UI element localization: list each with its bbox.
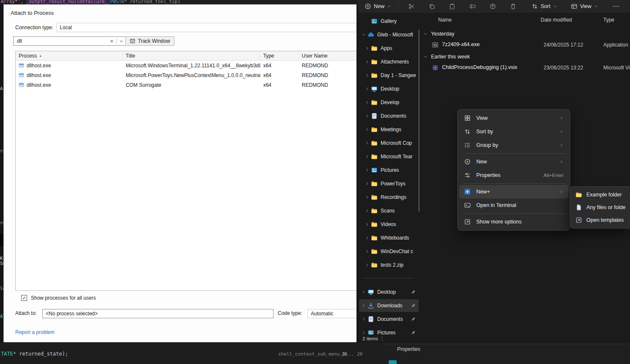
file-row[interactable]: ChildProcessDebugging (1).vsix23/06/2025… [420, 63, 630, 73]
code-line: TATE* returned_state); [1, 351, 68, 357]
sidebar-item-develop[interactable]: Develop [359, 96, 419, 109]
context-menu-item-sort-by[interactable]: Sort by [459, 125, 568, 138]
code-token: returned_tool_tip) [130, 0, 180, 4]
chevron-right-icon[interactable] [365, 60, 370, 64]
new-button[interactable]: New [361, 1, 395, 11]
connection-type-select[interactable]: Local [56, 23, 356, 32]
sidebar-item-documents[interactable]: Documents [359, 313, 419, 325]
cut-button[interactable] [404, 1, 419, 11]
chevron-right-icon[interactable] [365, 236, 370, 240]
context-menu-item-open-in-terminal[interactable]: Open in Terminal [459, 199, 568, 212]
sidebar-item-desktop[interactable]: Desktop [359, 286, 419, 298]
code-type-select[interactable]: Automatic [307, 309, 356, 318]
view-button[interactable]: View [567, 1, 602, 11]
delete-button[interactable] [506, 1, 520, 11]
chevron-right-icon[interactable] [365, 127, 370, 132]
column-header-type[interactable]: Type [603, 17, 614, 25]
chevron-right-icon[interactable] [365, 195, 370, 199]
sidebar-item-microsoft-cop[interactable]: Microsoft Cop [359, 137, 419, 149]
chevron-right-icon[interactable] [362, 290, 367, 294]
sidebar-item-desktop[interactable]: Desktop [359, 83, 419, 95]
sidebar-item-scans[interactable]: Scans [359, 204, 419, 217]
vsix-file-icon [432, 64, 439, 71]
connection-type-value: Local [60, 25, 72, 30]
chevron-down-icon[interactable] [362, 33, 367, 37]
context-menu-item-new[interactable]: New+ [459, 185, 568, 199]
chevron-down-icon[interactable] [117, 39, 125, 43]
chevron-right-icon[interactable] [365, 87, 370, 91]
chevron-right-icon[interactable] [365, 249, 370, 254]
report-problem-link[interactable]: Report a problem [15, 329, 55, 335]
plus-circle-icon [365, 3, 371, 10]
group-header-earlier-this-week[interactable]: Earlier this week [423, 52, 470, 61]
group-label: Earlier this week [431, 54, 470, 60]
code-token: PWSTR* [110, 0, 130, 4]
sidebar-item-attachments[interactable]: Attachments [359, 55, 419, 68]
submenu-item-open-templates[interactable]: Open templates [572, 214, 628, 226]
column-header-title[interactable]: Title [123, 51, 260, 60]
sidebar-item-videos[interactable]: Videos [359, 218, 419, 231]
sidebar-item-apps[interactable]: Apps [359, 42, 419, 55]
sidebar-item-documents[interactable]: Documents [359, 110, 419, 122]
chevron-right-icon[interactable] [365, 263, 370, 267]
rename-button[interactable] [465, 1, 480, 11]
attach-to-field[interactable]: <No process selected> [42, 309, 274, 318]
process-row[interactable]: dllhost.exeMicrosoft.PowerToys.NewPlusCo… [16, 70, 356, 80]
sort-button[interactable]: Sort [528, 1, 561, 11]
sidebar-item-downloads[interactable]: Downloads [359, 299, 419, 312]
sidebar-item-microsoft-tear[interactable]: Microsoft Tear [359, 150, 419, 163]
show-all-users-checkbox[interactable]: ✓ [21, 295, 27, 301]
more-options-button[interactable]: ⋯ [609, 1, 623, 11]
clear-filter-icon[interactable]: ✕ [107, 39, 116, 44]
properties-icon [464, 172, 471, 179]
submenu-item-any-files-or-folde[interactable]: Any files or folde [572, 201, 628, 214]
sidebar-item-recordings[interactable]: Recordings [359, 191, 419, 204]
sidebar-item-day-1-sangee[interactable]: Day 1 - Sangee [359, 69, 419, 82]
column-header-user-name[interactable]: User Name [299, 51, 356, 60]
file-date-modified: 23/06/2025 13:22 [544, 65, 583, 71]
sidebar-item-meetings[interactable]: Meetings [359, 123, 419, 136]
chevron-right-icon[interactable] [362, 317, 367, 321]
column-header-process[interactable]: Process▲ [16, 51, 123, 60]
submenu-item-example-folder[interactable]: Example folder [572, 188, 628, 201]
sidebar-item-tests-2-zip[interactable]: tests 2.zip [359, 259, 419, 271]
sidebar-item-gleb-microsoft[interactable]: Gleb - Microsoft [359, 28, 419, 41]
chevron-right-icon[interactable] [365, 182, 370, 186]
context-menu-item-view[interactable]: View [459, 111, 568, 125]
context-menu-item-group-by[interactable]: Group by [459, 138, 568, 152]
share-button[interactable] [486, 1, 500, 11]
sidebar-item-label: Apps [381, 45, 419, 51]
track-window-button[interactable]: Track Window [125, 36, 174, 46]
process-filter-input[interactable]: dll ✕ [13, 36, 126, 46]
sidebar-item-whiteboards[interactable]: Whiteboards [359, 232, 419, 244]
process-row[interactable]: dllhost.exeMicrosoft.WindowsTerminal_1.2… [16, 61, 356, 70]
sidebar-item-powertoys[interactable]: PowerToys [359, 177, 419, 190]
sidebar-item-pictures[interactable]: Pictures [359, 326, 419, 334]
column-header-type[interactable]: Type [260, 51, 299, 60]
chevron-right-icon[interactable] [365, 222, 370, 226]
sidebar-item-gallery[interactable]: Gallery [359, 15, 419, 28]
process-row[interactable]: dllhost.exeCOM Surrogatex64REDMOND [16, 80, 356, 90]
sidebar-item-pictures[interactable]: Pictures [359, 164, 419, 176]
paste-button[interactable] [445, 1, 459, 11]
copy-button[interactable] [425, 1, 439, 11]
chevron-right-icon[interactable] [365, 154, 370, 159]
column-header-name[interactable]: Name [438, 17, 452, 25]
context-menu-item-properties[interactable]: PropertiesAlt+Enter [459, 168, 568, 182]
context-menu-item-new[interactable]: New [459, 155, 568, 168]
chevron-right-icon[interactable] [362, 303, 367, 308]
context-menu-item-show-more-options[interactable]: Show more options [459, 215, 568, 229]
group-header-yesterday[interactable]: Yesterday [423, 30, 454, 38]
chevron-right-icon[interactable] [365, 209, 370, 213]
chevron-right-icon[interactable] [365, 168, 370, 172]
column-header-date-modified[interactable]: Date modified [541, 17, 572, 25]
sidebar-scrollbar[interactable] [418, 30, 420, 212]
chevron-right-icon[interactable] [365, 114, 370, 118]
chevron-right-icon[interactable] [362, 331, 367, 334]
chevron-right-icon[interactable] [365, 73, 370, 77]
chevron-right-icon[interactable] [365, 46, 370, 50]
file-row[interactable]: 7z7z2409-x64.exe24/06/2025 17:12Applicat… [420, 40, 630, 50]
sidebar-item-windevchat-c[interactable]: WinDevChat c [359, 245, 419, 258]
chevron-right-icon[interactable] [365, 100, 370, 105]
chevron-right-icon[interactable] [365, 141, 370, 145]
